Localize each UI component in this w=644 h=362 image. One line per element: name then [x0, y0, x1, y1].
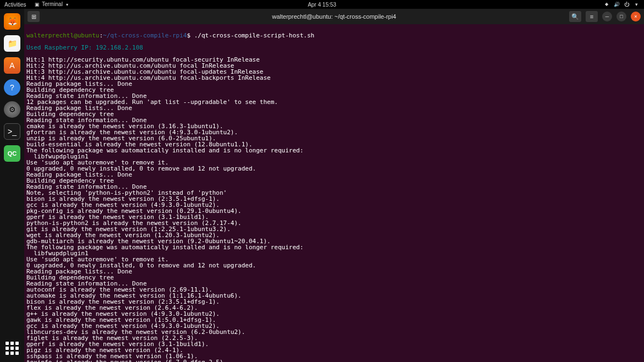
hamburger-icon: ≡ — [590, 13, 593, 20]
output-line: Reading package lists... Done — [26, 81, 642, 87]
gear-icon: ⚙ — [9, 105, 16, 114]
power-icon[interactable]: ⏻ — [623, 1, 630, 8]
minimize-icon: ─ — [605, 14, 609, 19]
output-line: Reading package lists... Done — [26, 172, 642, 178]
terminal-icon: >_ — [8, 127, 17, 136]
dock-terminal[interactable]: >_ — [4, 123, 20, 140]
output-line: Reading package lists... Done — [26, 105, 642, 111]
dock-firefox[interactable]: 🦊 — [4, 13, 20, 30]
new-tab-button[interactable]: ⊞ — [28, 11, 40, 22]
output-line: texinfo is already the newest version (6… — [26, 359, 642, 362]
close-button[interactable]: × — [631, 12, 641, 21]
chevron-down-icon[interactable]: ▾ — [633, 1, 640, 8]
used-ip-line: Used Raspberry IP: 192.168.2.108 — [26, 45, 642, 51]
minimize-button[interactable]: ─ — [602, 12, 612, 21]
bag-icon: A — [9, 61, 14, 70]
command-text: ./qt-cross-compile-script-host.sh — [194, 32, 315, 39]
search-icon: 🔍 — [571, 13, 579, 20]
search-button[interactable]: 🔍 — [569, 11, 581, 22]
dock-settings[interactable]: ⚙ — [4, 101, 20, 118]
window-title: walterprechtl@ubuntu: ~/qt-cross-compile… — [272, 13, 396, 20]
activities-button[interactable]: Activities — [4, 2, 26, 8]
clock[interactable]: Apr 4 15:53 — [308, 2, 336, 8]
maximize-icon: □ — [620, 14, 623, 19]
firefox-icon: 🦊 — [8, 17, 17, 26]
tab-icon: ⊞ — [31, 13, 36, 20]
folder-icon: 📁 — [8, 39, 17, 48]
output-line: The following package was automatically … — [26, 244, 642, 250]
dock-files[interactable]: 📁 — [4, 35, 20, 52]
prompt-path: ~/qt-cross-compile-rpi4 — [103, 32, 187, 39]
dock-software[interactable]: A — [4, 57, 20, 74]
prompt-user: walterprechtl@ubuntu — [26, 32, 99, 39]
terminal-output[interactable]: walterprechtl@ubuntu:~/qt-cross-compile-… — [24, 24, 644, 362]
menu-button[interactable]: ≡ — [586, 11, 598, 22]
volume-icon[interactable]: 🔊 — [613, 1, 620, 8]
terminal-icon: ▣ — [34, 1, 40, 8]
window-titlebar: ⊞ walterprechtl@ubuntu: ~/qt-cross-compi… — [24, 9, 644, 24]
top-bar: Activities ▣ Terminal Apr 4 15:53 ⯁ 🔊 ⏻ … — [0, 0, 644, 9]
network-icon[interactable]: ⯁ — [603, 1, 610, 8]
app-menu[interactable]: ▣ Terminal — [34, 1, 68, 8]
prompt-line: walterprechtl@ubuntu:~/qt-cross-compile-… — [26, 32, 642, 39]
dock-help[interactable]: ? — [4, 79, 20, 96]
output-line: The following package was automatically … — [26, 147, 642, 153]
output-line: Reading package lists... Done — [26, 268, 642, 275]
output-lines: Hit:1 http://security.ubuntu.com/ubuntu … — [26, 57, 642, 362]
close-icon: × — [634, 14, 637, 19]
app-menu-label: Terminal — [42, 1, 63, 7]
dock: 🦊 📁 A ? ⚙ >_ QC — [0, 9, 24, 362]
dock-apps-grid[interactable] — [4, 340, 20, 356]
help-icon: ? — [10, 83, 14, 92]
dock-qc[interactable]: QC — [4, 145, 20, 162]
qc-icon: QC — [8, 150, 17, 157]
maximize-button[interactable]: □ — [616, 12, 626, 21]
